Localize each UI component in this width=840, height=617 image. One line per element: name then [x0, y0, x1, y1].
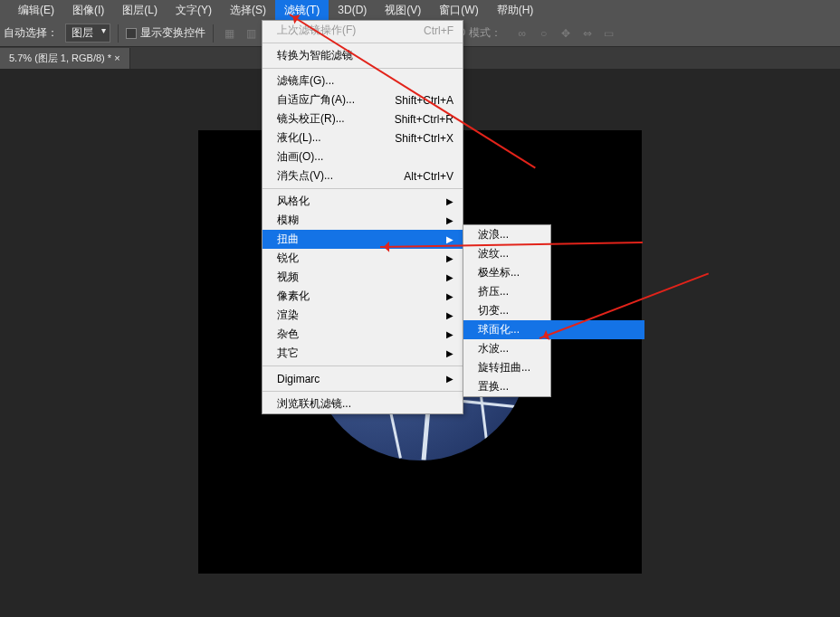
- menu-label: 风格化: [277, 194, 310, 209]
- menu-label: 波浪...: [478, 227, 509, 242]
- submenu-arrow-icon: ▶: [446, 310, 453, 320]
- autoselect-label: 自动选择：: [4, 25, 58, 41]
- shortcut-text: Ctrl+F: [406, 24, 453, 37]
- shortcut-text: Shift+Ctrl+X: [377, 132, 453, 145]
- menu-blur[interactable]: 模糊▶: [262, 211, 463, 230]
- submenu-arrow-icon: ▶: [446, 196, 453, 206]
- zoom-icon[interactable]: ▭: [601, 25, 617, 42]
- menu-label: 波纹...: [478, 246, 509, 261]
- submenu-shear[interactable]: 切变...: [463, 301, 644, 320]
- submenu-twirl[interactable]: 旋转扭曲...: [463, 358, 644, 377]
- menu-label: 扭曲: [277, 232, 299, 247]
- shortcut-text: Shift+Ctrl+R: [377, 113, 453, 126]
- menu-separator: [262, 188, 463, 189]
- menu-label: 切变...: [478, 303, 509, 318]
- menu-label: 镜头校正(R)...: [277, 111, 345, 127]
- menu-label: 水波...: [478, 341, 509, 356]
- menu-render[interactable]: 渲染▶: [262, 306, 463, 325]
- menu-window[interactable]: 窗口(W): [430, 0, 487, 21]
- menu-label: 消失点(V)...: [277, 168, 333, 184]
- submenu-polar[interactable]: 极坐标...: [463, 263, 644, 282]
- menu-oil-paint[interactable]: 油画(O)...: [262, 147, 463, 166]
- menu-last-filter[interactable]: 上次滤镜操作(F) Ctrl+F: [262, 21, 463, 40]
- menu-label: 极坐标...: [478, 265, 520, 280]
- menu-label: 像素化: [277, 289, 310, 304]
- submenu-arrow-icon: ▶: [446, 329, 453, 339]
- divider: [213, 24, 214, 43]
- submenu-displace[interactable]: 置换...: [463, 377, 644, 396]
- menu-label: 视频: [277, 270, 299, 285]
- submenu-spherize[interactable]: 球面化...: [463, 320, 644, 339]
- menu-label: 置换...: [478, 379, 509, 394]
- menu-edit[interactable]: 编辑(E): [9, 0, 63, 21]
- filter-dropdown: 上次滤镜操作(F) Ctrl+F 转换为智能滤镜 滤镜库(G)... 自适应广角…: [262, 20, 463, 414]
- menu-separator: [262, 68, 463, 69]
- submenu-zigzag[interactable]: 水波...: [463, 339, 644, 358]
- menu-filter[interactable]: 滤镜(T): [275, 0, 329, 21]
- submenu-arrow-icon: ▶: [446, 253, 453, 263]
- submenu-pinch[interactable]: 挤压...: [463, 282, 644, 301]
- menu-layer[interactable]: 图层(L): [113, 0, 167, 21]
- submenu-arrow-icon: ▶: [446, 215, 453, 225]
- menu-label: 转换为智能滤镜: [277, 48, 353, 63]
- shortcut-text: Alt+Ctrl+V: [386, 170, 453, 183]
- menu-image[interactable]: 图像(I): [63, 0, 113, 21]
- menu-filter-gallery[interactable]: 滤镜库(G)...: [262, 71, 463, 90]
- menu-browse-online[interactable]: 浏览联机滤镜...: [262, 394, 463, 413]
- menu-separator: [262, 365, 463, 366]
- menu-sharpen[interactable]: 锐化▶: [262, 249, 463, 268]
- menu-label: 球面化...: [478, 322, 520, 337]
- menu-pixelate[interactable]: 像素化▶: [262, 287, 463, 306]
- orbit-icon[interactable]: ∞: [514, 25, 530, 42]
- menu-stylize[interactable]: 风格化▶: [262, 192, 463, 211]
- menu-label: 液化(L)...: [277, 130, 321, 146]
- menu-label: 模糊: [277, 213, 299, 228]
- pan-icon[interactable]: ✥: [558, 25, 574, 42]
- distort-submenu: 波浪... 波纹... 极坐标... 挤压... 切变... 球面化... 水波…: [463, 224, 551, 397]
- transform-controls-label: 显示变换控件: [140, 25, 205, 41]
- submenu-arrow-icon: ▶: [446, 272, 453, 282]
- menu-3d[interactable]: 3D(D): [329, 1, 376, 19]
- menu-label: 旋转扭曲...: [478, 360, 530, 375]
- menu-liquify[interactable]: 液化(L)...Shift+Ctrl+X: [262, 128, 463, 147]
- menu-label: 浏览联机滤镜...: [277, 396, 351, 412]
- checkbox-icon: [126, 28, 137, 39]
- 3d-mode-icons: ∞ ○ ✥ ⇔ ▭: [514, 25, 617, 42]
- menu-select[interactable]: 选择(S): [221, 0, 275, 21]
- menu-label: 滤镜库(G)...: [277, 73, 334, 89]
- menu-other[interactable]: 其它▶: [262, 344, 463, 363]
- menu-lens-correction[interactable]: 镜头校正(R)...Shift+Ctrl+R: [262, 109, 463, 128]
- align-icon[interactable]: ▥: [243, 25, 259, 42]
- menu-type[interactable]: 文字(Y): [167, 0, 221, 21]
- submenu-arrow-icon: ▶: [446, 291, 453, 301]
- align-icon[interactable]: ▦: [221, 25, 237, 42]
- menu-label: 油画(O)...: [277, 149, 323, 165]
- show-transform-controls[interactable]: 显示变换控件: [126, 25, 205, 41]
- shortcut-text: Shift+Ctrl+A: [377, 94, 453, 107]
- document-tab[interactable]: 5.7% (图层 1, RGB/8) * ×: [0, 48, 130, 69]
- menu-noise[interactable]: 杂色▶: [262, 325, 463, 344]
- menu-convert-smart[interactable]: 转换为智能滤镜: [262, 46, 463, 65]
- menu-separator: [262, 391, 463, 392]
- submenu-ripple[interactable]: 波纹...: [463, 244, 644, 263]
- menu-vanishing-point[interactable]: 消失点(V)...Alt+Ctrl+V: [262, 166, 463, 185]
- menu-help[interactable]: 帮助(H): [488, 0, 543, 21]
- menu-video[interactable]: 视频▶: [262, 268, 463, 287]
- menu-label: 锐化: [277, 251, 299, 266]
- submenu-arrow-icon: ▶: [446, 234, 453, 244]
- menu-label: 其它: [277, 346, 299, 361]
- menu-label: 杂色: [277, 327, 299, 342]
- menu-label: 挤压...: [478, 284, 509, 299]
- menu-label: 渲染: [277, 308, 299, 323]
- autoselect-dropdown[interactable]: 图层: [65, 24, 110, 43]
- submenu-arrow-icon: ▶: [446, 348, 453, 358]
- menu-separator: [262, 43, 463, 43]
- roll-icon[interactable]: ○: [536, 25, 552, 42]
- menu-view[interactable]: 视图(V): [376, 0, 430, 21]
- menu-digimarc[interactable]: Digimarc▶: [262, 369, 463, 388]
- menu-label: Digimarc: [277, 373, 320, 385]
- submenu-arrow-icon: ▶: [446, 374, 453, 384]
- menu-adaptive-wide-angle[interactable]: 自适应广角(A)...Shift+Ctrl+A: [262, 90, 463, 109]
- menubar: 编辑(E) 图像(I) 图层(L) 文字(Y) 选择(S) 滤镜(T) 3D(D…: [0, 0, 840, 20]
- slide-icon[interactable]: ⇔: [579, 25, 596, 42]
